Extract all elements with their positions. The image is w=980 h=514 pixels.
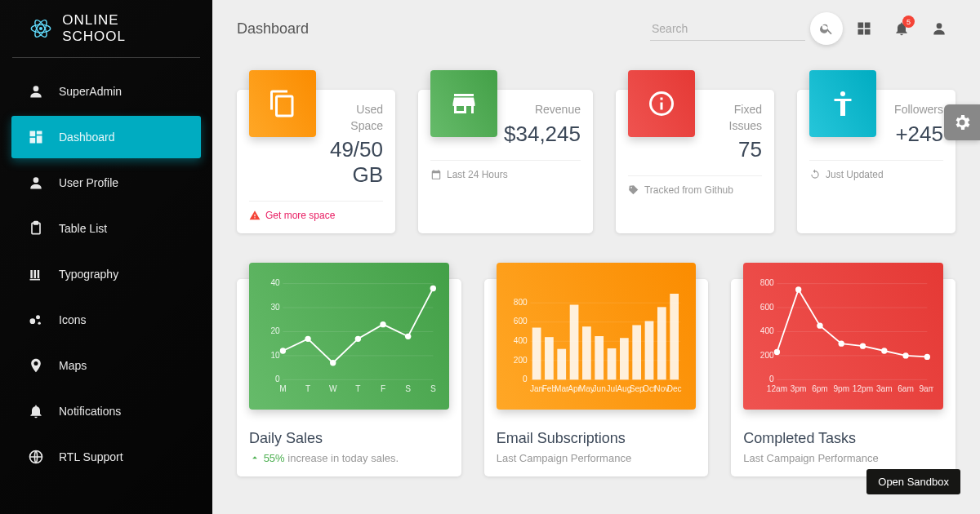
svg-text:W: W <box>329 384 337 393</box>
sidebar-item-label: Notifications <box>59 405 121 418</box>
sidebar-item-notifications[interactable]: Notifications <box>11 390 201 432</box>
sidebar-item-label: Icons <box>59 313 86 326</box>
svg-point-3 <box>38 27 42 30</box>
stat-value: 75 <box>702 137 762 162</box>
svg-rect-67 <box>620 338 629 379</box>
sidebar-item-label: Typography <box>59 268 118 281</box>
svg-text:600: 600 <box>760 303 774 312</box>
copy-icon <box>249 70 316 137</box>
svg-point-16 <box>30 318 36 324</box>
svg-text:40: 40 <box>270 279 280 288</box>
sidebar-item-dashboard[interactable]: Dashboard <box>11 116 201 158</box>
stat-value: 49/50 GB <box>323 137 383 188</box>
stat-label: Followers <box>883 102 943 118</box>
clipboard-icon <box>26 219 46 238</box>
svg-text:6pm: 6pm <box>812 384 828 393</box>
search-icon <box>819 21 834 36</box>
gear-icon <box>952 113 972 132</box>
search-button[interactable] <box>810 12 843 45</box>
svg-rect-12 <box>30 270 33 278</box>
chart-subtitle: Last Campaign Performance <box>743 452 943 464</box>
svg-text:20: 20 <box>270 326 280 335</box>
svg-rect-21 <box>865 23 871 29</box>
stat-card-used-space: Used Space 49/50 GB Get more space <box>237 90 395 233</box>
person-icon <box>26 173 46 193</box>
svg-text:T: T <box>305 384 310 393</box>
svg-text:0: 0 <box>523 374 528 383</box>
svg-rect-14 <box>38 270 40 278</box>
sidebar-item-label: SuperAdmin <box>59 85 122 98</box>
svg-point-24 <box>937 23 942 29</box>
settings-fab[interactable] <box>944 104 980 140</box>
sidebar-item-user-profile[interactable]: User Profile <box>11 162 201 204</box>
svg-rect-60 <box>532 328 541 380</box>
sidebar-item-rtl-support[interactable]: RTL Support <box>11 436 201 478</box>
stat-value: +245 <box>883 122 943 147</box>
brand-title: ONLINE SCHOOL <box>62 12 184 45</box>
sidebar-item-typography[interactable]: Typography <box>11 253 201 295</box>
sidebar-item-label: User Profile <box>59 176 118 189</box>
store-icon <box>430 70 497 137</box>
sidebar-item-icons[interactable]: Icons <box>11 299 201 341</box>
sidebar-item-superadmin[interactable]: SuperAdmin <box>11 70 201 113</box>
svg-text:600: 600 <box>514 317 528 326</box>
person-icon <box>931 20 947 37</box>
dashboard-icon <box>26 127 46 147</box>
get-more-space-link[interactable]: Get more space <box>265 210 335 221</box>
stat-footer-text: Just Updated <box>826 169 884 180</box>
svg-text:S: S <box>405 384 411 393</box>
svg-point-97 <box>839 341 844 347</box>
svg-point-25 <box>840 91 845 96</box>
svg-rect-68 <box>632 326 641 380</box>
stats-row: Used Space 49/50 GB Get more space Reven… <box>237 90 956 233</box>
stat-label: Revenue <box>504 102 581 118</box>
apps-button[interactable] <box>848 12 880 45</box>
page-title: Dashboard <box>237 20 309 38</box>
language-icon <box>26 447 46 467</box>
chart-card-daily-sales: 010203040MTWTFSS Daily Sales 55% increas… <box>237 279 461 476</box>
open-sandbox-button[interactable]: Open Sandbox <box>866 469 960 494</box>
accessibility-icon <box>809 70 876 137</box>
svg-point-100 <box>903 352 909 358</box>
location-icon <box>26 356 46 375</box>
svg-text:12pm: 12pm <box>853 384 873 393</box>
stat-card-revenue: Revenue $34,245 Last 24 Hours <box>418 90 593 233</box>
chart-card-email-subscriptions: 0200400600800JanFebMarAprMayJunJulAugSep… <box>484 279 709 476</box>
svg-text:12am: 12am <box>767 384 787 393</box>
svg-text:800: 800 <box>760 279 774 288</box>
notifications-button[interactable]: 5 <box>885 12 918 45</box>
account-button[interactable] <box>923 12 956 45</box>
svg-rect-23 <box>865 29 871 35</box>
svg-point-94 <box>774 349 780 355</box>
logo-icon <box>29 16 52 41</box>
charts-row: 010203040MTWTFSS Daily Sales 55% increas… <box>237 279 956 476</box>
person-icon <box>26 82 46 101</box>
svg-point-38 <box>330 360 336 366</box>
arrow-up-icon <box>249 452 261 463</box>
warning-icon <box>249 210 261 221</box>
sidebar-item-table-list[interactable]: Table List <box>11 207 201 250</box>
bell-icon <box>26 401 46 421</box>
update-icon <box>809 169 821 180</box>
stat-footer-text: Tracked from Github <box>644 184 733 196</box>
svg-rect-65 <box>595 336 604 379</box>
svg-point-9 <box>33 177 39 183</box>
sidebar-item-maps[interactable]: Maps <box>11 344 201 387</box>
svg-text:200: 200 <box>760 351 774 360</box>
search-input[interactable] <box>650 17 805 41</box>
svg-text:6am: 6am <box>898 384 915 393</box>
svg-point-42 <box>430 286 436 291</box>
stat-footer: Last 24 Hours <box>430 160 581 180</box>
stat-label: Fixed Issues <box>702 102 762 134</box>
svg-rect-7 <box>37 135 42 143</box>
svg-text:10: 10 <box>270 351 280 360</box>
svg-point-96 <box>817 323 823 329</box>
sidebar-item-label: Maps <box>59 359 87 372</box>
svg-rect-11 <box>34 222 38 224</box>
bubble-icon <box>26 310 46 330</box>
svg-rect-63 <box>569 305 578 380</box>
svg-text:3am: 3am <box>876 384 893 393</box>
svg-rect-20 <box>858 23 864 29</box>
library-icon <box>26 264 46 284</box>
svg-rect-66 <box>607 348 616 379</box>
